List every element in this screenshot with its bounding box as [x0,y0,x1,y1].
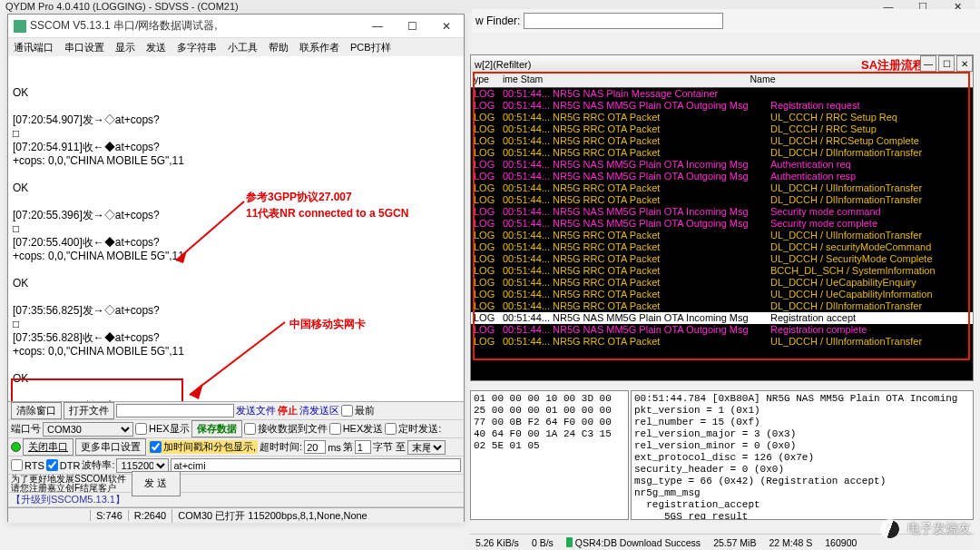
clear-send-link[interactable]: 清发送区 [299,404,339,417]
packet-row[interactable]: LOG00:51:44...NR5G NAS MM5G Plain OTA Ou… [471,324,973,336]
packet-row[interactable]: LOG00:51:44...NR5G NAS MM5G Plain OTA In… [471,159,973,171]
packet-row[interactable]: LOG00:51:44...NR5G RRC OTA PacketUL_DCCH… [471,135,973,147]
send-button[interactable]: 发 送 [132,471,181,496]
packet-row[interactable]: LOG00:51:44...NR5G NAS MM5G Plain OTA Ou… [471,100,973,112]
decode-pane[interactable]: 00:51:44.784 [0xB80A] NR5G NAS MM5G Plai… [631,390,974,520]
send-input[interactable] [171,458,461,472]
clear-window-button[interactable]: 清除窗口 [11,402,62,419]
packet-row[interactable]: LOG00:51:44...NR5G RRC OTA PacketBCCH_DL… [471,265,973,277]
sscom-control-panel: 清除窗口 打开文件 发送文件 停止 清发送区 最前 端口号 COM30 HEX显… [8,401,464,507]
status-sent: S:746 [90,510,128,521]
svg-marker-3 [190,383,203,399]
port-label: 端口号 [11,422,41,436]
terminal-line [13,100,459,113]
annotation-3gpp-1: 参考3GPP协议27.007 [246,191,352,204]
sscom-close[interactable]: ✕ [429,15,464,38]
status-qsr: QSR4:DB Download Success [575,537,701,548]
watermark: 电子发烧友 [880,519,971,539]
svg-marker-1 [176,250,187,263]
sscom-menu: 通讯端口串口设置显示发送多字符串小工具帮助联系作者PCB打样 [8,38,464,56]
packet-row[interactable]: LOG00:51:44...NR5G NAS MM5G Plain OTA In… [471,206,973,218]
sscom-max[interactable]: ☐ [395,15,429,38]
close-port-button[interactable]: 关闭串口 [23,438,74,456]
packet-row[interactable]: LOG00:51:44...NR5G RRC OTA PacketUL_DCCH… [471,253,973,265]
menu-item[interactable]: 帮助 [267,41,290,54]
file-path-input[interactable] [116,404,234,417]
timestamp-checkbox[interactable]: 加时间戳和分包显示, [148,440,258,454]
packet-row[interactable]: LOG00:51:44...NR5G RRC OTA PacketUL_CCCH… [471,112,973,123]
packet-close[interactable]: ✕ [956,55,973,72]
logo-icon [877,516,903,542]
annotation-sim: 中国移动实网卡 [289,318,366,331]
packet-row[interactable]: LOG00:51:44...NR5G NAS MM5G Plain OTA Ou… [471,218,973,230]
qxdm-toolbar: w Finder: [472,9,980,33]
packet-row[interactable]: LOG00:51:44...NR5G NAS MM5G Plain OTA Ou… [471,171,973,182]
packet-view-window: w[2](Refilter) SA注册流程 — ☐ ✕ ype ime Stam… [470,54,974,381]
more-settings-button[interactable]: 更多串口设置 [75,438,146,456]
packet-max[interactable]: ☐ [938,55,955,72]
sscom-status-bar: S:746 R:2640 COM30 已打开 115200bps,8,1,Non… [8,507,464,523]
dtr-checkbox[interactable]: DTR [46,459,81,471]
terminal-output[interactable]: OK [07:20:54.907]发→◇at+cops?□[07:20:54.9… [8,56,464,401]
timeout-input[interactable] [304,440,326,454]
status-port: COM30 已打开 115200bps,8,1,None,None [172,509,373,523]
hex-send-checkbox[interactable]: HEX发送 [329,422,384,436]
terminal-line: [07:35:56.825]发→◇at+cops? [13,304,459,318]
send-file-link[interactable]: 发送文件 [236,404,276,417]
terminal-line [13,290,459,304]
save-data-button[interactable]: 保存数据 [191,420,242,437]
packet-rows[interactable]: LOG00:51:44...NR5G NAS Plain Message Con… [471,88,973,380]
menu-item[interactable]: 小工具 [226,41,260,54]
byte-end-select[interactable]: 末尾 [407,440,446,455]
rts-checkbox[interactable]: RTS [11,459,44,471]
menu-item[interactable]: 联系作者 [298,41,341,54]
finder-label: w Finder: [475,15,520,27]
timeout-label: 超时时间: [260,440,302,454]
recv-to-file-checkbox[interactable]: 接收数据到文件 [244,422,328,436]
sscom-min[interactable]: — [360,15,395,38]
sscom-window: SSCOM V5.13.1 串口/网络数据调试器, — ☐ ✕ 通讯端口串口设置… [7,14,465,522]
packet-row[interactable]: LOG00:51:44...NR5G RRC OTA PacketDL_DCCH… [471,300,973,312]
packet-row[interactable]: LOG00:51:44...NR5G RRC OTA PacketUL_DCCH… [471,289,973,300]
byte-start-input[interactable] [355,440,371,454]
packet-row[interactable]: LOG00:51:44...NR5G RRC OTA PacketDL_DCCH… [471,147,973,159]
port-select[interactable]: COM30 [43,422,133,437]
status-n: 160900 [825,537,857,548]
svg-line-2 [190,322,285,395]
menu-item[interactable]: 多字符串 [175,41,219,54]
status-recv: R:2640 [128,510,172,521]
finder-input[interactable] [524,13,723,29]
menu-item[interactable]: 串口设置 [63,41,106,54]
hex-dump-pane[interactable]: 01 00 00 00 10 00 3D 00 25 00 00 00 01 0… [470,390,629,520]
packet-row[interactable]: LOG00:51:44...NR5G RRC OTA PacketUL_DCCH… [471,182,973,194]
terminal-line [13,168,459,182]
hex-display-checkbox[interactable]: HEX显示 [135,422,190,436]
terminal-line: [07:20:54.911]收←◆at+cops? [13,141,459,154]
status-mib: 25.57 MiB [713,537,756,548]
menu-item[interactable]: 发送 [144,41,168,54]
packet-row[interactable]: LOG00:51:44...NR5G RRC OTA PacketUL_DCCH… [471,336,973,348]
topmost-checkbox[interactable]: 最前 [341,404,375,417]
terminal-line: OK [13,277,459,290]
menu-item[interactable]: 显示 [113,41,137,54]
packet-row[interactable]: LOG00:51:44...NR5G NAS MM5G Plain OTA In… [471,312,973,324]
menu-item[interactable]: PCB打样 [348,41,393,54]
menu-item[interactable]: 通讯端口 [12,41,55,54]
tip-text: 为了更好地发展SSCOM软件请您注册嘉立创F结尾客户 [11,475,126,493]
open-file-button[interactable]: 打开文件 [64,402,114,419]
packet-title-bar: w[2](Refilter) SA注册流程 — ☐ ✕ [471,55,973,74]
packet-row[interactable]: LOG00:51:44...NR5G RRC OTA PacketDL_DCCH… [471,194,973,206]
packet-row[interactable]: LOG00:51:44...NR5G RRC OTA PacketDL_DCCH… [471,277,973,289]
status-bs: 0 B/s [532,537,554,548]
packet-row[interactable]: LOG00:51:44...NR5G NAS Plain Message Con… [471,88,973,100]
packet-row[interactable]: LOG00:51:44...NR5G RRC OTA PacketUL_DCCH… [471,230,973,241]
terminal-line: +cops: 0,0,"CHINA MOBILE 5G",11 [13,154,459,168]
upgrade-link[interactable]: 【升级到SSCOM5.13.1】 [11,493,125,506]
usb-icon [566,537,573,547]
packet-row[interactable]: LOG00:51:44...NR5G RRC OTA PacketDL_DCCH… [471,241,973,253]
stop-link[interactable]: 停止 [278,404,298,417]
terminal-line: [07:20:54.907]发→◇at+cops? [13,113,459,127]
timed-send-checkbox[interactable]: 定时发送: [385,422,441,436]
packet-min[interactable]: — [920,55,936,72]
packet-row[interactable]: LOG00:51:44...NR5G RRC OTA PacketDL_CCCH… [471,123,973,135]
